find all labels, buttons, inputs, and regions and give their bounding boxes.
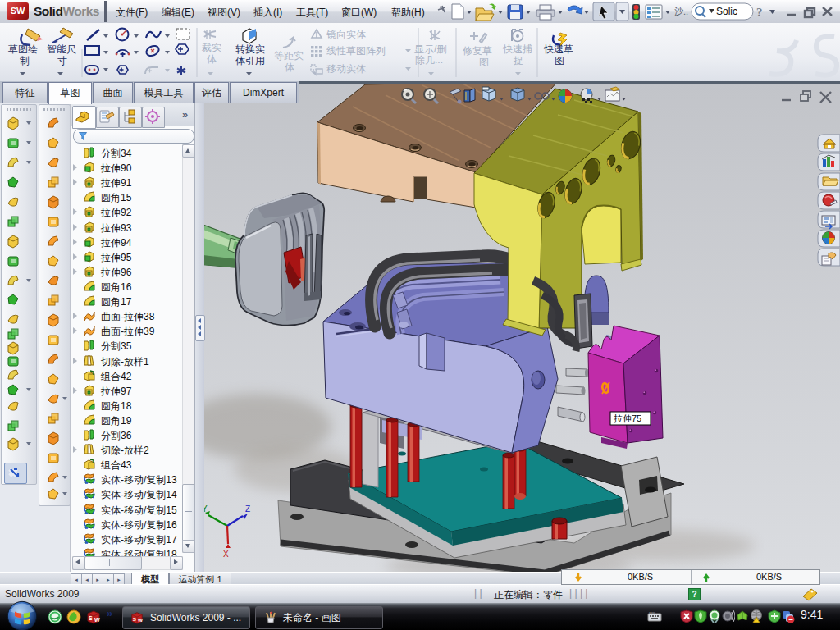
- svg-text:体引用: 体引用: [235, 55, 265, 66]
- svg-text:沙..: 沙..: [674, 7, 688, 16]
- svg-text:体: 体: [285, 62, 294, 73]
- svg-text:智能尺: 智能尺: [47, 43, 76, 55]
- svg-text:寸: 寸: [57, 55, 67, 66]
- svg-text:等距实: 等距实: [274, 50, 304, 62]
- svg-text:Solic: Solic: [716, 6, 737, 17]
- svg-text:线性草图阵列: 线性草图阵列: [326, 45, 386, 57]
- svg-text:图: 图: [555, 55, 564, 66]
- svg-text:S: S: [89, 615, 93, 621]
- svg-text:S: S: [133, 616, 136, 622]
- svg-text:镜向实体: 镜向实体: [326, 29, 366, 40]
- svg-text:xxxx: xxxx: [649, 610, 655, 614]
- svg-text:修复草: 修复草: [463, 45, 492, 57]
- svg-text:除几...: 除几...: [415, 54, 443, 66]
- svg-text:快速捕: 快速捕: [502, 43, 532, 55]
- svg-text:捉: 捉: [513, 55, 523, 66]
- svg-text:裁实: 裁实: [202, 42, 221, 53]
- svg-text:W: W: [138, 617, 143, 623]
- svg-text:图: 图: [479, 57, 489, 68]
- svg-text:转换实: 转换实: [235, 43, 265, 55]
- svg-text:草图绘: 草图绘: [8, 43, 38, 55]
- svg-text:体: 体: [207, 53, 217, 65]
- svg-text:移动实体: 移动实体: [326, 63, 366, 75]
- svg-text:拉伸75: 拉伸75: [614, 413, 641, 423]
- svg-text:?: ?: [756, 6, 763, 19]
- svg-text:显示/删: 显示/删: [414, 43, 446, 55]
- svg-text:W: W: [94, 617, 100, 623]
- svg-text:制: 制: [20, 55, 30, 66]
- svg-text:快速草: 快速草: [543, 43, 573, 55]
